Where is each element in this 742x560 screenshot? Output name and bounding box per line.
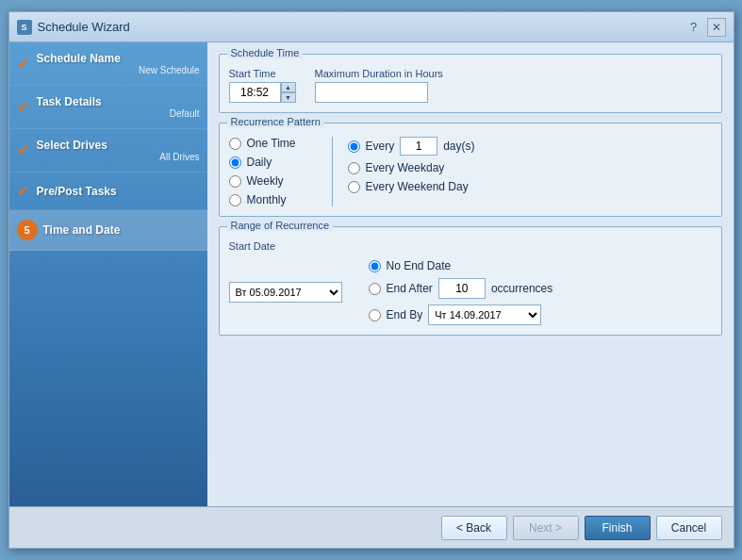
start-time-input[interactable] bbox=[229, 82, 281, 103]
recurrence-content: One Time Daily Weekly Monthly bbox=[229, 137, 712, 206]
start-date-row: Start Date bbox=[229, 240, 712, 252]
back-button[interactable]: < Back bbox=[441, 516, 507, 540]
radio-monthly-input[interactable] bbox=[229, 194, 241, 206]
time-spin-buttons: ▲ ▼ bbox=[281, 82, 296, 103]
sidebar-label-5: Time and Date bbox=[43, 223, 200, 237]
checkmark-icon-2: ✔ bbox=[17, 98, 29, 116]
sidebar-item-pre-post-tasks[interactable]: ✔ Pre/Post Tasks bbox=[9, 173, 207, 210]
max-duration-field: Maximum Duration in Hours bbox=[315, 68, 443, 103]
sidebar-sub-2: Default bbox=[37, 108, 200, 119]
sidebar-item-task-details[interactable]: ✔ Task Details Default bbox=[9, 86, 207, 129]
radio-daily-input[interactable] bbox=[229, 156, 241, 169]
no-end-label: No End Date bbox=[387, 259, 452, 272]
radio-daily-label: Daily bbox=[247, 156, 272, 169]
main-content: ✔ Schedule Name New Schedule ✔ Task Deta… bbox=[9, 42, 734, 506]
start-date-select[interactable]: Вт 05.09.2017 bbox=[229, 282, 342, 303]
radio-end-after: End After occurrences bbox=[369, 278, 712, 299]
radio-weekly-label: Weekly bbox=[247, 174, 284, 188]
checkmark-icon-4: ✔ bbox=[17, 182, 29, 200]
radio-one-time-label: One Time bbox=[247, 137, 296, 150]
sidebar-sub-3: All Drives bbox=[37, 152, 200, 162]
radio-monthly: Monthly bbox=[229, 193, 317, 206]
max-duration-label: Maximum Duration in Hours bbox=[315, 68, 443, 79]
occurrences-label: occurrences bbox=[491, 282, 552, 295]
every-days-input[interactable] bbox=[400, 137, 437, 156]
sidebar-texts-1: Schedule Name New Schedule bbox=[37, 52, 200, 75]
sidebar-texts-4: Pre/Post Tasks bbox=[37, 185, 200, 198]
end-after-label: End After bbox=[387, 282, 433, 295]
schedule-wizard-window: S Schedule Wizard ? ✕ ✔ Schedule Name Ne… bbox=[8, 11, 734, 549]
next-button: Next > bbox=[513, 516, 579, 540]
every-row: Every day(s) bbox=[348, 137, 475, 156]
max-duration-input[interactable] bbox=[315, 82, 428, 103]
days-suffix: day(s) bbox=[443, 140, 474, 153]
right-panel: Schedule Time Start Time ▲ ▼ Ma bbox=[207, 42, 734, 506]
cancel-button[interactable]: Cancel bbox=[656, 516, 722, 540]
start-date-label: Start Date bbox=[229, 240, 276, 252]
radio-end-by: End By Чт 14.09.2017 bbox=[369, 305, 712, 325]
radio-no-end-input[interactable] bbox=[369, 260, 381, 272]
step-number-5: 5 bbox=[17, 220, 38, 240]
sidebar-texts-2: Task Details Default bbox=[37, 95, 200, 119]
app-icon: S bbox=[17, 20, 32, 35]
time-spin-up[interactable]: ▲ bbox=[281, 82, 296, 92]
sidebar-label-1: Schedule Name bbox=[37, 52, 200, 65]
footer: < Back Next > Finish Cancel bbox=[9, 506, 734, 548]
sidebar-label-4: Pre/Post Tasks bbox=[37, 185, 200, 198]
radio-weekly: Weekly bbox=[229, 174, 317, 188]
sidebar: ✔ Schedule Name New Schedule ✔ Task Deta… bbox=[9, 42, 207, 506]
end-by-label: End By bbox=[387, 308, 423, 321]
radio-daily: Daily bbox=[229, 156, 317, 169]
recurrence-group: Recurrence Pattern One Time Daily bbox=[219, 123, 722, 217]
sidebar-sub-1: New Schedule bbox=[37, 65, 200, 75]
range-title: Range of Recurrence bbox=[227, 220, 334, 231]
sidebar-texts-3: Select Drives All Drives bbox=[37, 139, 200, 162]
start-date-select-row: Вт 05.09.2017 No End Date End After bbox=[229, 259, 712, 325]
start-time-label: Start Time bbox=[229, 68, 296, 79]
title-bar: S Schedule Wizard ? ✕ bbox=[9, 12, 734, 42]
range-content: Start Date Вт 05.09.2017 No End Date bbox=[229, 240, 712, 325]
close-button[interactable]: ✕ bbox=[707, 18, 726, 37]
radio-monthly-label: Monthly bbox=[247, 193, 287, 206]
start-time-field: Start Time ▲ ▼ bbox=[229, 68, 296, 103]
time-input-wrapper: ▲ ▼ bbox=[229, 82, 296, 103]
sidebar-item-select-drives[interactable]: ✔ Select Drives All Drives bbox=[9, 129, 207, 173]
radio-every-input[interactable] bbox=[348, 140, 360, 153]
sidebar-item-time-and-date[interactable]: 5 Time and Date bbox=[9, 210, 207, 251]
sidebar-item-schedule-name[interactable]: ✔ Schedule Name New Schedule bbox=[9, 42, 207, 86]
checkmark-icon-3: ✔ bbox=[17, 141, 29, 159]
radio-every-weekend: Every Weekend Day bbox=[348, 180, 475, 193]
range-group: Range of Recurrence Start Date Вт 05.09.… bbox=[219, 226, 722, 336]
recurrence-title: Recurrence Pattern bbox=[227, 116, 324, 127]
end-after-input[interactable] bbox=[438, 278, 486, 299]
time-spin-down[interactable]: ▼ bbox=[281, 92, 296, 103]
every-label: Every bbox=[366, 140, 395, 153]
checkmark-icon-1: ✔ bbox=[17, 55, 29, 73]
schedule-time-content: Start Time ▲ ▼ Maximum Duration in Hours bbox=[229, 68, 712, 103]
title-controls: ? ✕ bbox=[684, 18, 726, 37]
every-weekend-label: Every Weekend Day bbox=[366, 180, 469, 193]
radio-no-end: No End Date bbox=[369, 259, 712, 272]
sidebar-texts-5: Time and Date bbox=[43, 223, 200, 237]
recurrence-right: Every day(s) Every Weekday Every Weekend… bbox=[333, 137, 475, 206]
radio-every-weekday-input[interactable] bbox=[348, 162, 360, 174]
end-by-select[interactable]: Чт 14.09.2017 bbox=[428, 305, 541, 325]
radio-one-time-input[interactable] bbox=[229, 138, 241, 150]
sidebar-spacer bbox=[9, 251, 207, 506]
radio-end-after-input[interactable] bbox=[369, 283, 381, 295]
window-title: Schedule Wizard bbox=[38, 20, 684, 34]
schedule-time-title: Schedule Time bbox=[227, 47, 304, 58]
radio-end-by-input[interactable] bbox=[369, 309, 381, 321]
radio-weekly-input[interactable] bbox=[229, 175, 241, 188]
schedule-time-group: Schedule Time Start Time ▲ ▼ Ma bbox=[219, 54, 722, 113]
radio-every-weekend-input[interactable] bbox=[348, 181, 360, 193]
recurrence-left: One Time Daily Weekly Monthly bbox=[229, 137, 333, 206]
radio-one-time: One Time bbox=[229, 137, 317, 150]
help-button[interactable]: ? bbox=[684, 18, 703, 37]
radio-every-weekday: Every Weekday bbox=[348, 161, 475, 174]
finish-button[interactable]: Finish bbox=[585, 516, 651, 540]
every-weekday-label: Every Weekday bbox=[366, 161, 445, 174]
sidebar-label-2: Task Details bbox=[37, 95, 200, 108]
sidebar-label-3: Select Drives bbox=[37, 139, 200, 152]
